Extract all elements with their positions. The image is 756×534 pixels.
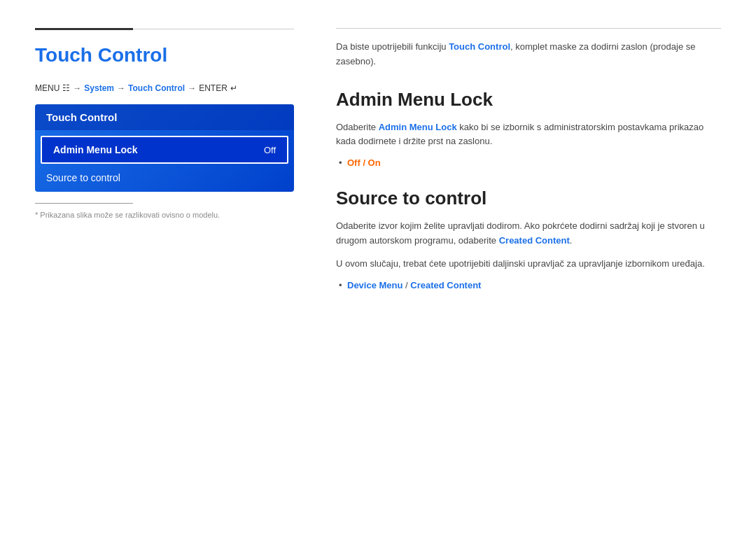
breadcrumb: MENU ☷ → System → Touch Control → ENTER …	[35, 83, 294, 93]
created-content-highlight-1: Created Content	[499, 235, 570, 246]
device-menu-option: Device Menu	[347, 280, 402, 290]
option-separator: /	[402, 280, 410, 290]
source-to-control-section: Source to control Odaberite izvor kojim …	[336, 188, 721, 290]
admin-menu-label: Admin Menu Lock	[53, 144, 138, 155]
touch-control-menu: Touch Control Admin Menu Lock Off Source…	[35, 104, 294, 192]
admin-menu-lock-highlight: Admin Menu Lock	[379, 122, 457, 132]
menu-box-items: Admin Menu Lock Off Source to control	[35, 130, 294, 192]
rule-light	[133, 29, 294, 29]
menu-item-admin[interactable]: Admin Menu Lock Off	[41, 136, 288, 164]
touch-control-highlight: Touch Control	[449, 41, 510, 52]
arrow-2: →	[117, 83, 125, 93]
menu-box-header: Touch Control	[35, 104, 294, 130]
created-content-option: Created Content	[410, 280, 481, 290]
admin-menu-lock-title: Admin Menu Lock	[336, 89, 721, 111]
touch-control-link: Touch Control	[128, 83, 185, 93]
enter-label: ENTER	[199, 83, 227, 93]
left-panel: Touch Control MENU ☷ → System → Touch Co…	[35, 28, 294, 506]
source-description-2: U ovom slučaju, trebat ćete upotrijebiti…	[336, 257, 721, 272]
admin-menu-lock-section: Admin Menu Lock Odaberite Admin Menu Loc…	[336, 89, 721, 169]
off-on-option: Off / On	[347, 157, 381, 168]
intro-text: Da biste upotrijebili funkciju Touch Con…	[336, 40, 721, 69]
arrow-1: →	[73, 83, 81, 93]
image-note: * Prikazana slika može se razlikovati ov…	[35, 211, 294, 219]
source-control-label: Source to control	[46, 172, 120, 183]
admin-menu-lock-description: Odaberite Admin Menu Lock kako bi se izb…	[336, 120, 721, 150]
menu-item-source[interactable]: Source to control	[35, 167, 294, 189]
source-description-1: Odaberite izvor kojim želite upravljati …	[336, 219, 721, 248]
menu-icon: ☷	[62, 83, 70, 93]
admin-menu-value: Off	[264, 145, 276, 155]
enter-icon: ↵	[230, 83, 237, 93]
rule-accent	[35, 28, 133, 30]
admin-menu-lock-bullets: Off / On	[336, 157, 721, 168]
page-title: Touch Control	[35, 44, 294, 66]
arrow-3: →	[188, 83, 196, 93]
source-to-control-title: Source to control	[336, 188, 721, 209]
right-top-rule	[336, 28, 721, 29]
source-bullets: Device Menu / Created Content	[336, 280, 721, 290]
bullet-device-menu: Device Menu / Created Content	[336, 280, 721, 290]
bullet-off-on: Off / On	[336, 157, 721, 168]
right-panel: Da biste upotrijebili funkciju Touch Con…	[336, 28, 721, 506]
top-rule	[35, 28, 294, 30]
system-link: System	[84, 83, 114, 93]
section-divider	[35, 203, 133, 204]
menu-label: MENU	[35, 83, 59, 93]
